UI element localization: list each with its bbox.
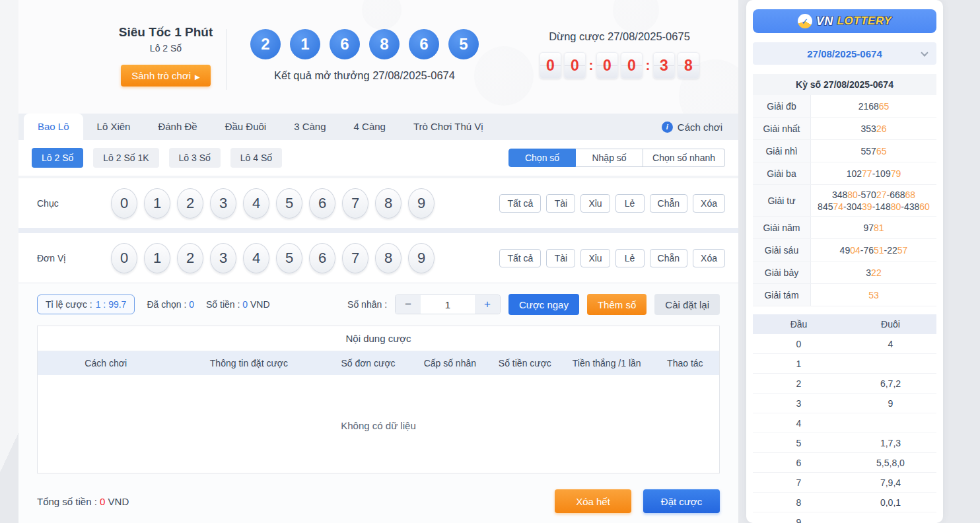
tab-Trò Chơi Thú Vị[interactable]: Trò Chơi Thú Vị (400, 114, 497, 140)
digit-button-0[interactable]: 0 (111, 243, 137, 273)
period-selector[interactable]: 27/08/2025-0674 (753, 42, 936, 65)
quick-Xóa[interactable]: Xóa (693, 249, 725, 267)
digit-button-9[interactable]: 9 (408, 243, 435, 273)
multiplier-plus-button[interactable]: + (475, 295, 500, 314)
chosen-count: Đã chọn : 0 (147, 299, 194, 310)
digit-button-1[interactable]: 1 (144, 188, 170, 219)
prize-digits: 557 (861, 146, 876, 157)
lobby-button[interactable]: Sảnh trò chơi▶ (121, 65, 211, 87)
digit-button-3[interactable]: 3 (210, 243, 236, 273)
subtab-Lô 2 Số 1K[interactable]: Lô 2 Số 1K (93, 148, 158, 168)
digit-button-8[interactable]: 8 (375, 243, 402, 273)
head-column-label: Đầu (753, 314, 845, 334)
tab-Lô Xiên[interactable]: Lô Xiên (83, 114, 145, 140)
prize-row: Giải nhất35326 (753, 118, 936, 140)
tail-value: 6,7,2 (845, 374, 936, 393)
subtab-Lô 3 Số[interactable]: Lô 3 Số (169, 148, 221, 168)
mode-Chọn số[interactable]: Chọn số (508, 149, 576, 167)
multiplier-minus-button[interactable]: − (396, 295, 421, 314)
tail-value (845, 512, 936, 523)
total-unit: VND (108, 496, 129, 507)
tail-value: 9 (845, 394, 936, 413)
digit-button-2[interactable]: 2 (177, 243, 203, 273)
quick-Lẻ[interactable]: Lẻ (615, 249, 645, 267)
how-to-play[interactable]: i Cách chơi (662, 114, 722, 140)
digit-button-8[interactable]: 8 (375, 188, 402, 219)
quick-Lẻ[interactable]: Lẻ (615, 194, 645, 213)
tab-Đánh Đề[interactable]: Đánh Đề (144, 114, 211, 140)
number-picker: Chục0123456789Tất cảTàiXỉuLẻChẵnXóaĐơn V… (18, 176, 738, 283)
prize-row: Giải năm9781 (753, 217, 936, 239)
amount-stat: Số tiền : 0 VND (206, 299, 270, 310)
prize-line: 10277-10979 (847, 168, 901, 180)
digit-button-5[interactable]: 5 (276, 243, 302, 273)
digit-button-7[interactable]: 7 (342, 243, 368, 273)
digit-button-1[interactable]: 1 (144, 243, 170, 273)
digit-button-5[interactable]: 5 (276, 188, 302, 219)
lottery-logo-icon: ✓ (798, 14, 812, 28)
tail-value: 0,0,1 (845, 493, 936, 512)
digit-button-4[interactable]: 4 (243, 243, 269, 273)
digit-button-7[interactable]: 7 (342, 188, 368, 219)
mode-switch: Chọn sốNhập sốChọn số nhanh (508, 149, 725, 167)
prize-digits-highlight: 80 (847, 190, 858, 200)
tab-Đầu Đuôi[interactable]: Đầu Đuôi (211, 114, 281, 140)
multiplier-input[interactable] (421, 295, 475, 314)
main-tabs: Bao LôLô XiênĐánh ĐềĐầu Đuôi3 Càng4 Càng… (24, 114, 497, 140)
digit-button-3[interactable]: 3 (210, 188, 236, 219)
quick-Chẵn[interactable]: Chẵn (650, 249, 687, 267)
mode-Nhập số[interactable]: Nhập số (576, 149, 643, 167)
bet-controls: Tỉ lệ cược : 1 : 99.7 Đã chọn : 0 Số tiề… (18, 283, 738, 326)
countdown-display: 00:00:38 (527, 52, 712, 79)
reset-button[interactable]: Cài đặt lại (654, 294, 720, 315)
tail-column-label: Đuôi (845, 314, 936, 334)
clear-all-button[interactable]: Xóa hết (555, 489, 631, 513)
game-subtitle: Lô 2 Số (96, 43, 235, 53)
tab-4 Càng[interactable]: 4 Càng (340, 114, 400, 140)
digit-button-9[interactable]: 9 (408, 188, 435, 219)
place-bet-button[interactable]: Đặt cược (643, 489, 720, 513)
quick-Tất cả[interactable]: Tất cả (499, 249, 541, 267)
headtail-rows: 04126,7,239451,7,365,5,8,077,9,480,0,19 (753, 334, 936, 523)
lottery-logo-banner[interactable]: ✓ VNLOTTERY (753, 9, 936, 33)
bet-actions: Số nhân : − + Cược ngay Thêm số Cài đặt … (347, 294, 720, 315)
digit-group: 0123456789 (111, 188, 435, 219)
tab-Bao Lô[interactable]: Bao Lô (24, 114, 83, 140)
quick-Tài[interactable]: Tài (546, 249, 575, 267)
digit-button-2[interactable]: 2 (177, 188, 203, 219)
bet-now-button[interactable]: Cược ngay (508, 294, 579, 315)
digit-button-6[interactable]: 6 (309, 188, 335, 219)
head-value: 1 (753, 354, 845, 373)
play-arrow-icon: ▶ (195, 73, 200, 81)
prize-value: 4904-7651-2257 (811, 239, 936, 261)
prize-digits: 570 (861, 190, 876, 200)
quick-Tài[interactable]: Tài (546, 194, 575, 213)
digit-button-4[interactable]: 4 (243, 188, 269, 219)
countdown-digit: 3 (653, 52, 675, 79)
header-divider (226, 29, 227, 90)
result-ball: 6 (330, 29, 360, 59)
mode-Chọn số nhanh[interactable]: Chọn số nhanh (643, 149, 725, 167)
prize-digits: 2168 (858, 101, 879, 112)
quick-Chẵn[interactable]: Chẵn (650, 194, 687, 213)
tab-3 Càng[interactable]: 3 Càng (280, 114, 339, 140)
quick-Tất cả[interactable]: Tất cả (499, 194, 541, 213)
add-number-button[interactable]: Thêm số (587, 294, 647, 315)
picker-row-label: Chục (32, 198, 111, 209)
prize-digits: 348 (832, 190, 847, 200)
prize-digits-highlight: 65 (876, 146, 887, 157)
prize-row: Giải đb216865 (753, 95, 936, 118)
quick-Xóa[interactable]: Xóa (693, 194, 725, 213)
subtab-Lô 2 Số[interactable]: Lô 2 Số (32, 148, 83, 168)
quick-Xỉu[interactable]: Xỉu (580, 194, 610, 213)
subtab-Lô 4 Số[interactable]: Lô 4 Số (230, 148, 282, 168)
amount-value: 0 (242, 299, 248, 310)
quick-Xỉu[interactable]: Xỉu (580, 249, 610, 267)
countdown-colon-icon: : (588, 57, 594, 73)
prize-digits: 97 (863, 223, 874, 233)
digit-button-0[interactable]: 0 (111, 188, 137, 219)
prize-digits: 438 (904, 201, 919, 212)
prize-value: 53 (811, 284, 936, 306)
digit-button-6[interactable]: 6 (309, 243, 335, 273)
headtail-row: 39 (753, 394, 936, 413)
